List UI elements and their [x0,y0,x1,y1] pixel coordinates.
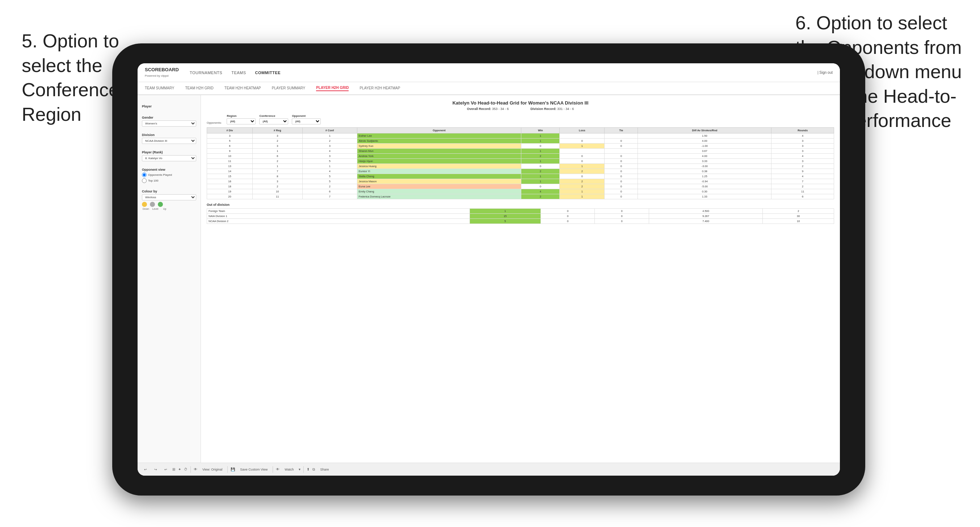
table-cell: 0 [521,164,560,169]
table-cell: Sharon Mun [357,149,521,154]
filter-region-group: Region (All) [227,114,256,124]
nav-teams[interactable]: TEAMS [231,70,246,75]
save-custom-btn[interactable]: Save Custom View [238,467,270,472]
table-cell: 4 [772,154,834,159]
filter-region-select[interactable]: (All) [227,118,256,124]
ood-table-body: Foreign Team1004.5002NAIA Division 11500… [207,209,834,224]
ood-table-row: NAIA Division 115009.26730 [207,214,834,219]
toolbar-sep2 [228,466,228,473]
table-cell: 3.33 [638,159,772,164]
share-btn[interactable]: Share [318,467,331,472]
table-row: 1063Andrea York2004.004 [207,154,834,159]
logo: SCOREBOARD Powered by clippd [145,67,179,78]
col-conf: # Conf [302,128,357,133]
sidebar-colour-label: Colour by [142,189,196,193]
radio-opponents-played[interactable]: Opponents Played [142,173,196,177]
table-cell: 6 [252,154,302,159]
sidebar: Player Gender Women's Division NCAA Divi… [138,95,201,463]
table-cell: 0 [560,138,605,144]
table-cell: 2 [560,169,605,174]
table-cell: 0 [605,179,638,184]
table-cell: Eunice Yi [357,169,521,174]
sidebar-player-rank-label: Player (Rank) [142,151,196,154]
table-cell: 9 [772,169,834,174]
sub-nav-player-h2h-heatmap[interactable]: PLAYER H2H HEATMAP [360,86,400,91]
table-cell: 0 [560,159,605,164]
ood-cell: 10 [763,219,834,224]
ood-cell: 0 [595,209,649,214]
sidebar-gender-select[interactable]: Women's [142,121,196,127]
table-cell: 6 [772,194,834,199]
table-cell: 0 [605,189,638,194]
filter-opponent-select[interactable]: (All) [292,118,321,124]
col-loss: Loss [560,128,605,133]
table-cell: 1.33 [638,194,772,199]
redo-btn[interactable]: ↪ [152,467,159,472]
table-cell: 1 [560,189,605,194]
tablet-screen: SCOREBOARD Powered by clippd TOURNAMENTS… [138,63,840,476]
undo2-btn[interactable]: ↩ [162,467,169,472]
table-cell: 0 [605,174,638,179]
table-cell: 11 [772,189,834,194]
table-cell: 0 [605,164,638,169]
table-row: 1585Stella Cheng1001.254 [207,174,834,179]
undo-btn[interactable]: ↩ [142,467,149,472]
ood-cell: 15 [469,214,541,219]
tablet: SCOREBOARD Powered by clippd TOURNAMENTS… [112,43,865,495]
sidebar-player-rank-select[interactable]: 8. Katelyn Vo [142,155,196,161]
table-cell: Alexis Sudjianto [357,138,521,144]
col-opponent: Opponent [357,128,521,133]
table-cell: 1 [521,174,560,179]
table-cell: 2 [521,154,560,159]
table-cell: 1 [302,133,357,138]
table-cell: 14 [207,169,253,174]
filter-conference-label: Conference [259,114,288,117]
table-row: 633Sydney Kuo010-1.003 [207,144,834,149]
table-row: 19106Emily Chang4100.3011 [207,189,834,194]
nav-tournaments[interactable]: TOURNAMENTS [190,70,222,75]
sub-nav-team-h2h-heatmap[interactable]: TEAM H2H HEATMAP [224,86,261,91]
table-cell: 0 [605,138,638,144]
table-cell [605,149,638,154]
sidebar-gender-label: Gender [142,116,196,119]
sub-nav-team-h2h-grid[interactable]: TEAM H2H GRID [185,86,213,91]
col-reg: # Reg [252,128,302,133]
sidebar-division-select[interactable]: NCAA Division III [142,138,196,144]
view-original-btn[interactable]: View: Original [200,467,224,472]
toolbar-icon1: ⊞ [172,467,175,471]
table-row: 1822Euna Lee020-5.002 [207,184,834,189]
content-area: Katelyn Vo Head-to-Head Grid for Women's… [201,95,840,463]
table-cell: 0 [521,184,560,189]
content-title: Katelyn Vo Head-to-Head Grid for Women's… [207,100,834,106]
table-cell: 1 [560,144,605,149]
table-cell: 7 [302,194,357,199]
table-cell: 4 [302,149,357,154]
sign-out[interactable]: | Sign out [818,70,833,75]
filter-conference-select[interactable]: (All) [259,118,288,124]
table-cell: 4 [521,189,560,194]
table-cell: 1 [252,149,302,154]
table-cell: Jessica Mason [357,179,521,184]
radio-top100[interactable]: Top 100 [142,178,196,183]
sub-nav-player-summary[interactable]: PLAYER SUMMARY [272,86,305,91]
table-cell: 0.30 [638,189,772,194]
sidebar-colour-select[interactable]: Win/loss [142,194,196,200]
table-cell: 0 [605,154,638,159]
table-cell: 11 [252,194,302,199]
table-cell: 1 [302,164,357,169]
table-cell: 1 [252,164,302,169]
filter-region-label: Region [227,114,256,117]
table-cell: -0.94 [638,179,772,184]
table-cell: 0 [560,154,605,159]
watch-btn[interactable]: Watch [282,467,296,472]
toolbar-clock: ⏱ [184,467,188,471]
sub-nav-team-summary[interactable]: TEAM SUMMARY [145,86,175,91]
nav-committee[interactable]: COMMITTEE [255,70,281,75]
sidebar-opponent-radio-group: Opponents Played Top 100 [142,173,196,183]
sub-nav-player-h2h-grid[interactable]: PLAYER H2H GRID [316,86,348,91]
table-header-row: # Div # Reg # Conf Opponent Win Loss Tie… [207,128,834,133]
toolbar-export-icon: ⬆ [307,467,310,471]
table-cell: 3 [207,133,253,138]
table-cell: 3.67 [638,149,772,154]
toolbar-icon2: ✦ [178,467,181,471]
